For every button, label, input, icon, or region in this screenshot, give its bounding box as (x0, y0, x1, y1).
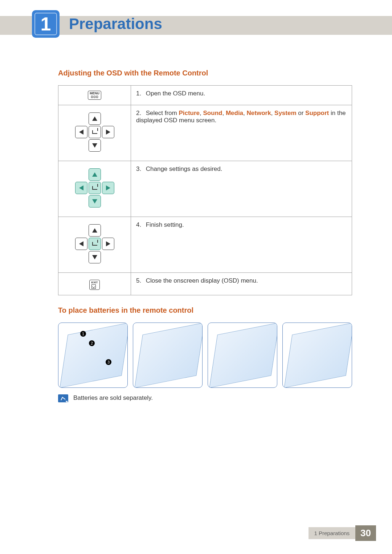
section-heading-osd: Adjusting the OSD with the Remote Contro… (58, 69, 352, 77)
menu-button-icon: MENU (88, 91, 101, 100)
exit-label: EXIT (91, 281, 98, 284)
step-text: Open the OSD menu. (146, 90, 205, 97)
step-number: 5. (136, 277, 144, 284)
table-row: 3. Change settings as desired. (58, 161, 352, 217)
chapter-number: 1 (41, 15, 51, 33)
dpad-down-icon (89, 195, 101, 208)
step-text-cell: 3. Change settings as desired. (131, 161, 352, 217)
battery-step-panel (282, 323, 352, 388)
dpad-right-icon (102, 126, 114, 138)
dpad-down-icon (89, 251, 101, 263)
dpad-highlighted-icon (73, 166, 117, 210)
dpad-left-icon (75, 238, 87, 250)
step-text: Change settings as desired. (146, 165, 222, 172)
table-row: EXIT 5. Close the onscreen display (OSD)… (58, 273, 352, 295)
step-text-cell: 1. Open the OSD menu. (131, 86, 352, 105)
step-number: 4. (136, 221, 144, 229)
step-text-cell: 5. Close the onscreen display (OSD) menu… (131, 273, 352, 295)
footer-page-number: 30 (355, 525, 376, 541)
note-text: Batteries are sold separately. (73, 394, 153, 402)
step-text-cell: 2. Select from Picture, Sound, Media, Ne… (131, 105, 352, 161)
osd-steps-table: MENU 1. Open the OSD menu. 2. (58, 85, 352, 295)
footer-chapter-label: 1 Preparations (309, 527, 356, 539)
dpad-up-icon (89, 112, 101, 125)
dpad-down-icon (89, 139, 101, 152)
dpad-icon (73, 110, 117, 154)
note-icon (58, 394, 68, 402)
remote-icon-cell: EXIT (58, 273, 131, 295)
dpad-up-icon (89, 224, 101, 237)
dpad-enter-icon (89, 126, 101, 138)
step-text: Select from Picture, Sound, Media, Netwo… (136, 110, 346, 124)
step-text: Close the onscreen display (OSD) menu. (146, 277, 258, 284)
remote-icon-cell (58, 161, 131, 217)
dpad-up-icon (89, 168, 101, 181)
remote-icon-cell: MENU (58, 86, 131, 105)
page-content: Adjusting the OSD with the Remote Contro… (58, 69, 352, 402)
dpad-enter-highlighted-icon (73, 222, 117, 266)
table-row: MENU 1. Open the OSD menu. (58, 86, 352, 105)
remote-illustration (135, 323, 203, 388)
chapter-badge: 1 (32, 10, 60, 38)
remote-icon-cell (58, 105, 131, 161)
dpad-left-icon (75, 126, 87, 138)
battery-step-panel (208, 323, 277, 388)
dpad-enter-icon (89, 238, 101, 250)
dpad-left-icon (75, 182, 87, 194)
battery-figure-row: 1 2 3 (58, 323, 352, 388)
callout-badge: 2 (89, 340, 95, 346)
step-text-cell: 4. Finish setting. (131, 217, 352, 273)
exit-button-icon: EXIT (89, 280, 100, 290)
page-footer: 1 Preparations 30 (309, 525, 376, 541)
callout-badge: 1 (80, 331, 86, 337)
chapter-title: Preparations (69, 15, 162, 33)
remote-icon-cell (58, 217, 131, 273)
callout-badge: 3 (106, 359, 111, 365)
remote-illustration (60, 323, 128, 388)
dpad-right-icon (102, 182, 114, 194)
remote-illustration (284, 323, 352, 388)
step-number: 1. (136, 90, 144, 97)
step-text: Finish setting. (146, 221, 184, 228)
battery-step-panel (133, 323, 203, 388)
section-heading-batteries: To place batteries in the remote control (58, 306, 352, 315)
dpad-enter-icon (89, 182, 101, 194)
table-row: 4. Finish setting. (58, 217, 352, 273)
note-row: Batteries are sold separately. (58, 394, 352, 402)
menu-label: MENU (90, 91, 99, 95)
battery-step-panel: 1 2 3 (58, 323, 128, 388)
step-number: 2. (136, 110, 144, 117)
step-number: 3. (136, 165, 144, 173)
remote-illustration (209, 323, 277, 388)
dpad-right-icon (102, 238, 114, 250)
table-row: 2. Select from Picture, Sound, Media, Ne… (58, 105, 352, 161)
